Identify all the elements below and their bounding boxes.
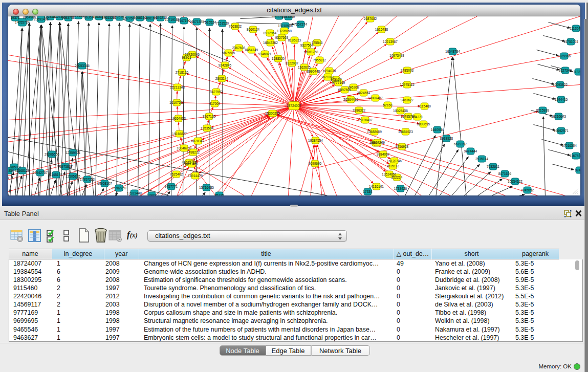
svg-text:9245652: 9245652 <box>521 188 534 192</box>
svg-text:9474444: 9474444 <box>464 149 477 153</box>
svg-text:10046798: 10046798 <box>177 146 191 150</box>
svg-text:18724007: 18724007 <box>287 104 301 107</box>
svg-text:12923448: 12923448 <box>127 191 142 195</box>
svg-text:10958107: 10958107 <box>97 182 112 185</box>
svg-text:12359924: 12359924 <box>66 151 80 155</box>
svg-text:15300275: 15300275 <box>265 112 280 115</box>
svg-text:9115460: 9115460 <box>418 104 431 108</box>
svg-text:19166827: 19166827 <box>172 132 187 136</box>
svg-text:19371: 19371 <box>10 16 19 19</box>
svg-text:1498222: 1498222 <box>187 150 200 154</box>
svg-text:1112045: 1112045 <box>570 27 580 30</box>
svg-text:17334: 17334 <box>363 190 372 193</box>
svg-text:10654122: 10654122 <box>508 180 522 183</box>
svg-text:16961758: 16961758 <box>303 50 318 54</box>
svg-text:16648784: 16648784 <box>445 50 460 53</box>
svg-text:9777169: 9777169 <box>332 81 345 84</box>
svg-text:9756928: 9756928 <box>396 145 409 148</box>
svg-text:92450: 92450 <box>575 168 580 172</box>
svg-text:9242845: 9242845 <box>219 63 232 67</box>
svg-text:1733426: 1733426 <box>394 187 407 190</box>
svg-text:6679197: 6679197 <box>454 142 467 146</box>
svg-text:8471626: 8471626 <box>498 172 512 176</box>
svg-text:252214: 252214 <box>391 176 403 179</box>
svg-text:15716485: 15716485 <box>199 186 214 189</box>
svg-text:8093489: 8093489 <box>185 162 199 166</box>
svg-text:7357274: 7357274 <box>294 23 308 26</box>
svg-text:604371: 604371 <box>412 115 423 119</box>
svg-text:1615112: 1615112 <box>386 164 399 168</box>
svg-text:12213967: 12213967 <box>383 40 398 43</box>
svg-text:98961: 98961 <box>182 56 191 59</box>
svg-text:17957253: 17957253 <box>80 178 95 181</box>
svg-text:1640954: 1640954 <box>431 128 444 132</box>
svg-text:8990448: 8990448 <box>307 70 320 73</box>
svg-text:9327503: 9327503 <box>275 36 289 39</box>
svg-text:9227342: 9227342 <box>559 69 572 72</box>
svg-text:7625402: 7625402 <box>170 172 183 176</box>
svg-text:3024554: 3024554 <box>357 91 371 95</box>
svg-text:8427552: 8427552 <box>210 90 223 94</box>
svg-text:9329966: 9329966 <box>558 54 571 58</box>
svg-text:20053346: 20053346 <box>75 64 90 68</box>
svg-text:1588520: 1588520 <box>272 57 285 60</box>
svg-text:746266: 746266 <box>348 85 359 89</box>
svg-text:2687682: 2687682 <box>364 17 377 20</box>
svg-text:16120746: 16120746 <box>387 159 402 163</box>
svg-text:16914479: 16914479 <box>188 174 203 178</box>
svg-text:10688609: 10688609 <box>367 130 382 134</box>
svg-text:12093822: 12093822 <box>553 83 568 86</box>
svg-text:8186323: 8186323 <box>288 38 301 42</box>
svg-text:113254: 113254 <box>573 70 580 74</box>
svg-text:12975115: 12975115 <box>400 83 415 86</box>
svg-text:16210643: 16210643 <box>551 115 566 118</box>
svg-text:2367608: 2367608 <box>232 46 246 50</box>
svg-text:12213343: 12213343 <box>170 85 185 89</box>
svg-text:10025438: 10025438 <box>393 109 408 113</box>
svg-text:7515524: 7515524 <box>203 20 216 24</box>
svg-text:1147190: 1147190 <box>178 19 190 23</box>
svg-text:9457771: 9457771 <box>165 185 178 188</box>
svg-text:12505135: 12505135 <box>66 174 80 178</box>
svg-text:15720407: 15720407 <box>358 118 373 122</box>
svg-text:17016504: 17016504 <box>562 144 577 147</box>
svg-text:3267130: 3267130 <box>203 115 216 118</box>
svg-text:7955812: 7955812 <box>313 58 326 62</box>
svg-text:175546: 175546 <box>312 41 323 45</box>
svg-text:16543362: 16543362 <box>263 41 278 45</box>
svg-text:7886322: 7886322 <box>353 108 366 112</box>
svg-text:19654933: 19654933 <box>171 117 186 120</box>
svg-text:9463627: 9463627 <box>401 98 414 102</box>
svg-text:7663822: 7663822 <box>229 25 242 28</box>
svg-text:9699695: 9699695 <box>309 162 322 165</box>
svg-text:1615488: 1615488 <box>375 28 388 31</box>
svg-text:16671385: 16671385 <box>189 20 204 24</box>
svg-text:19218506: 19218506 <box>278 24 293 28</box>
svg-text:7151520: 7151520 <box>216 21 229 25</box>
svg-text:8912954: 8912954 <box>264 31 277 35</box>
svg-text:1162615: 1162615 <box>298 65 311 69</box>
svg-text:16107552: 16107552 <box>169 101 184 104</box>
svg-text:9884067: 9884067 <box>377 152 390 156</box>
svg-text:19654923: 19654923 <box>398 130 413 134</box>
svg-text:14136141: 14136141 <box>369 185 384 188</box>
svg-text:8215938: 8215938 <box>536 108 550 112</box>
svg-text:16782759: 16782759 <box>112 186 126 190</box>
svg-text:20206556: 20206556 <box>45 152 59 156</box>
svg-text:10807487: 10807487 <box>368 96 383 100</box>
svg-text:6794028: 6794028 <box>323 69 336 73</box>
svg-text:8454749: 8454749 <box>245 48 258 52</box>
svg-text:95125: 95125 <box>214 193 224 195</box>
svg-text:20364436: 20364436 <box>343 98 358 101</box>
svg-text:8660124: 8660124 <box>247 28 260 31</box>
svg-text:6033809: 6033809 <box>282 16 295 18</box>
svg-text:417004: 417004 <box>209 102 221 105</box>
svg-text:15692971: 15692971 <box>554 129 569 133</box>
svg-text:2718126: 2718126 <box>176 71 189 74</box>
svg-text:2803144: 2803144 <box>215 77 229 80</box>
svg-text:5875685: 5875685 <box>222 51 235 55</box>
svg-text:12923: 12923 <box>147 193 156 195</box>
svg-text:12942757: 12942757 <box>33 171 48 174</box>
svg-text:7485003: 7485003 <box>401 69 414 72</box>
svg-text:14055724: 14055724 <box>15 20 30 24</box>
